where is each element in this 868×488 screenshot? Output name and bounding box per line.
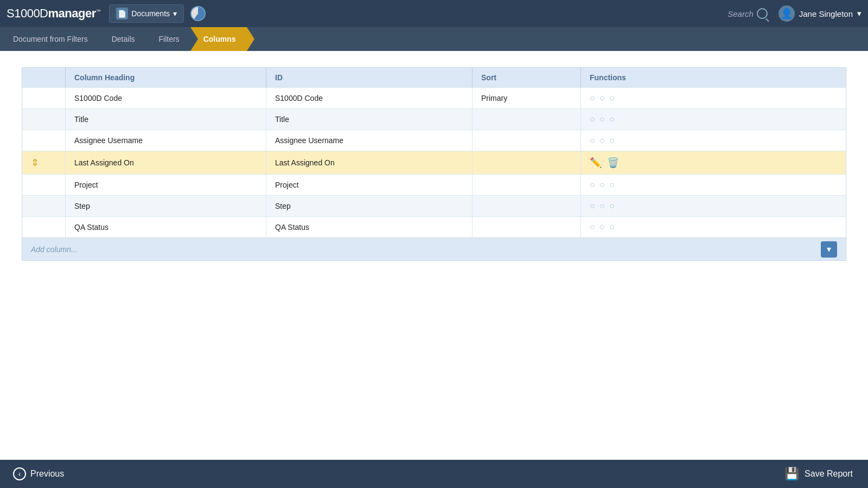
table-row: ⇕Last Assigned OnLast Assigned On ✏️ 🗑️ <box>22 151 846 175</box>
th-column-heading: Column Heading <box>66 68 266 88</box>
functions-cell: ○ ○ ○ <box>581 175 846 196</box>
app-logo: S1000Dmanager™ <box>7 7 100 21</box>
id-cell: S1000D Code <box>266 88 473 109</box>
drag-handle-icon[interactable]: ⇕ <box>31 157 39 168</box>
th-sort: Sort <box>473 68 581 88</box>
row-options-menu[interactable]: ○ ○ ○ <box>590 222 616 232</box>
functions-cell: ✏️ 🗑️ <box>581 151 846 175</box>
table-row: Assignee UsernameAssignee Username○ ○ ○ <box>22 130 846 151</box>
previous-chevron-icon: ‹ <box>13 467 26 480</box>
column-heading-cell: Project <box>66 175 266 196</box>
user-menu[interactable]: 👤 Jane Singleton ▾ <box>778 5 861 22</box>
functions-cell: ○ ○ ○ <box>581 109 846 130</box>
row-options-menu[interactable]: ○ ○ ○ <box>590 201 616 210</box>
id-cell: QA Status <box>266 217 473 238</box>
table-row: StepStep○ ○ ○ <box>22 196 846 217</box>
sort-cell: Primary <box>473 88 581 109</box>
sort-cell <box>473 151 581 175</box>
id-cell: Step <box>266 196 473 217</box>
save-report-button[interactable]: 💾 Save Report <box>769 460 868 488</box>
functions-cell: ○ ○ ○ <box>581 196 846 217</box>
previous-button[interactable]: ‹ Previous <box>0 460 77 488</box>
drag-cell: ⇕ <box>22 151 66 175</box>
sort-cell <box>473 130 581 151</box>
column-heading-cell: Assignee Username <box>66 130 266 151</box>
bottom-bar: ‹ Previous 💾 Save Report <box>0 460 868 488</box>
functions-cell: ○ ○ ○ <box>581 88 846 109</box>
edit-icon[interactable]: ✏️ <box>590 157 602 169</box>
sort-cell <box>473 217 581 238</box>
th-id: ID <box>266 68 473 88</box>
row-options-menu[interactable]: ○ ○ ○ <box>590 136 616 145</box>
functions-cell: ○ ○ ○ <box>581 217 846 238</box>
documents-nav-button[interactable]: 📄 Documents ▾ <box>109 4 184 23</box>
column-heading-cell: Step <box>66 196 266 217</box>
pie-chart-visual <box>190 6 206 21</box>
sort-cell <box>473 175 581 196</box>
add-column-chevron-icon[interactable]: ▾ <box>821 241 837 258</box>
id-cell: Title <box>266 109 473 130</box>
breadcrumb-item-document-from-filters[interactable]: Document from Filters <box>0 27 99 51</box>
document-icon: 📄 <box>116 8 128 20</box>
search-label: Search <box>727 9 754 18</box>
drag-cell <box>22 88 66 109</box>
id-cell: Last Assigned On <box>266 151 473 175</box>
user-avatar: 👤 <box>778 5 795 22</box>
main-content: Column Heading ID Sort Functions S1000D … <box>0 51 868 460</box>
drag-cell <box>22 109 66 130</box>
search-icon <box>757 8 768 19</box>
row-options-menu[interactable]: ○ ○ ○ <box>590 93 616 102</box>
save-icon: 💾 <box>784 467 799 481</box>
id-cell: Project <box>266 175 473 196</box>
breadcrumb: Document from Filters Details Filters Co… <box>0 27 868 51</box>
table-row: ProjectProject○ ○ ○ <box>22 175 846 196</box>
column-heading-cell: Title <box>66 109 266 130</box>
documents-label: Documents <box>131 9 170 18</box>
table-header-row: Column Heading ID Sort Functions <box>22 68 846 88</box>
sort-cell <box>473 196 581 217</box>
table-row: TitleTitle○ ○ ○ <box>22 109 846 130</box>
column-heading-cell: S1000D Code <box>66 88 266 109</box>
drag-cell <box>22 217 66 238</box>
delete-icon[interactable]: 🗑️ <box>607 157 619 169</box>
id-cell: Assignee Username <box>266 130 473 151</box>
columns-table: Column Heading ID Sort Functions S1000D … <box>22 67 846 238</box>
row-options-menu[interactable]: ○ ○ ○ <box>590 114 616 124</box>
logo-s1000d: S1000D <box>7 7 48 20</box>
drag-cell <box>22 196 66 217</box>
th-drag <box>22 68 66 88</box>
row-options-menu[interactable]: ○ ○ ○ <box>590 180 616 189</box>
table-row: S1000D CodeS1000D CodePrimary○ ○ ○ <box>22 88 846 109</box>
user-menu-chevron: ▾ <box>857 9 861 18</box>
logo-tm: ™ <box>96 9 101 14</box>
add-column-row[interactable]: Add column... ▾ <box>22 238 846 261</box>
drag-cell <box>22 130 66 151</box>
th-functions: Functions <box>581 68 846 88</box>
functions-cell: ○ ○ ○ <box>581 130 846 151</box>
save-report-label: Save Report <box>805 469 853 479</box>
pie-chart-icon[interactable] <box>189 5 207 22</box>
logo-manager: manager <box>48 7 96 20</box>
chevron-down-icon: ▾ <box>173 9 177 18</box>
breadcrumb-item-columns[interactable]: Columns <box>190 27 247 51</box>
search-area[interactable]: Search <box>727 8 768 19</box>
drag-cell <box>22 175 66 196</box>
table-body: S1000D CodeS1000D CodePrimary○ ○ ○TitleT… <box>22 88 846 238</box>
add-column-placeholder: Add column... <box>31 245 821 254</box>
table-row: QA StatusQA Status○ ○ ○ <box>22 217 846 238</box>
previous-label: Previous <box>30 469 64 479</box>
sort-cell <box>473 109 581 130</box>
user-name: Jane Singleton <box>799 9 853 18</box>
column-heading-cell: QA Status <box>66 217 266 238</box>
top-navigation: S1000Dmanager™ 📄 Documents ▾ Search 👤 Ja… <box>0 0 868 27</box>
column-heading-cell: Last Assigned On <box>66 151 266 175</box>
